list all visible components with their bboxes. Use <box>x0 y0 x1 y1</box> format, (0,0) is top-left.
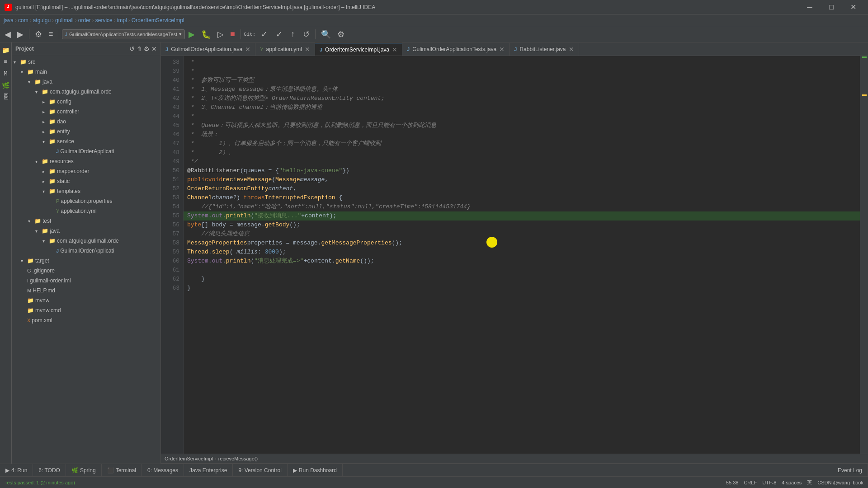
tab-order-item-service-impl[interactable]: J OrderItemServiceImpl.java ✕ <box>315 43 402 56</box>
tab-close-icon[interactable]: ✕ <box>392 46 397 53</box>
structure-icon[interactable]: ≡ <box>1 57 11 67</box>
project-icon[interactable]: 📁 <box>1 45 11 55</box>
code-line[interactable]: * <box>184 112 860 121</box>
tree-item[interactable]: ▸📁controller <box>12 107 160 117</box>
bottom-tab-run-dashboard[interactable]: ▶ Run Dashboard <box>288 464 343 477</box>
line-separator[interactable]: CRLF <box>744 480 757 485</box>
code-line[interactable]: //{"id":1,"name":"哈哈","sort":null,"statu… <box>184 202 860 211</box>
code-line[interactable]: System.out.println("接收到消息..."+content); <box>184 211 860 221</box>
settings-button[interactable]: ⚙ <box>335 28 347 41</box>
breadcrumb-service[interactable]: service <box>95 17 113 23</box>
code-line[interactable]: * 1）、订单服务启动多个；同一个消息，只能有一个客户端收到 <box>184 139 860 148</box>
git-pull-button[interactable]: ↑ <box>288 28 297 41</box>
tab-close-icon[interactable]: ✕ <box>245 46 250 53</box>
sync-files-button[interactable]: ↺ <box>129 45 135 52</box>
tree-item[interactable]: ▸📁entity <box>12 127 160 136</box>
tree-item[interactable]: 📁mvnw.cmd <box>12 305 160 315</box>
code-line[interactable]: * 2）、 <box>184 148 860 157</box>
code-line[interactable]: } <box>184 284 860 293</box>
code-line[interactable]: * 2、T<发送的消息的类型> OrderReturnReasonEntity … <box>184 94 860 103</box>
tree-item[interactable]: ▸📁mapper.order <box>12 166 160 176</box>
toolbar-sdk-button[interactable]: ≡ <box>46 28 56 41</box>
code-line[interactable] <box>184 266 860 275</box>
maximize-button[interactable]: □ <box>821 0 842 14</box>
bottom-tab-event-log[interactable]: Event Log <box>832 464 868 477</box>
maven-icon[interactable]: M <box>1 69 11 79</box>
tree-item[interactable]: ▾📁java <box>12 77 160 87</box>
tab-gulimall-order-app[interactable]: J GulimallOrderApplication.java ✕ <box>161 43 255 56</box>
breadcrumb-gulimall[interactable]: gulimall <box>55 17 74 23</box>
project-tree[interactable]: ▾📁src▾📁main▾📁java▾📁com.atguigu.gulimall.… <box>12 55 160 464</box>
breadcrumb-order[interactable]: order <box>78 17 91 23</box>
run-with-coverage-button[interactable]: ▷ <box>215 28 226 41</box>
ed-breadcrumb-class[interactable]: OrderItemServiceImpl <box>165 456 213 461</box>
tree-item[interactable]: 📁mvnw <box>12 296 160 305</box>
tree-item[interactable]: ▾📁test <box>12 216 160 226</box>
tree-item[interactable]: Xpom.xml <box>12 315 160 325</box>
code-line[interactable]: * Queue：可以很多人都来监听。只要收到消息，队列删除消息，而且只能有一个收… <box>184 121 860 130</box>
sidebar-settings-button[interactable]: ⚙ <box>144 45 150 52</box>
tab-gulimall-order-app-tests[interactable]: J GulimallOrderApplicationTests.java ✕ <box>402 43 509 56</box>
code-line[interactable]: //消息头属性信息 <box>184 230 860 239</box>
code-line[interactable]: * 1、Message message：原生消息详细信息。头+体 <box>184 85 860 94</box>
toolbar-settings-button[interactable]: ⚙ <box>32 28 45 41</box>
indent-indicator[interactable]: 4 spaces <box>782 480 802 485</box>
code-line[interactable]: Thread.sleep( millis: 3000); <box>184 248 860 257</box>
breadcrumb-class[interactable]: OrderItemServiceImpl <box>132 17 184 23</box>
tree-item[interactable]: ▾📁com.atguigu.gulimall.orde <box>12 87 160 97</box>
breadcrumb-com[interactable]: com <box>18 17 28 23</box>
tree-item[interactable]: ▾📁target <box>12 256 160 266</box>
code-line[interactable]: Channel channel) throws InterruptedExcep… <box>184 193 860 202</box>
code-line[interactable]: * <box>184 67 860 76</box>
bottom-tab-terminal[interactable]: ⬛ Terminal <box>102 464 142 477</box>
position-indicator[interactable]: 55:38 <box>726 480 739 485</box>
tab-application-yml[interactable]: Y application.yml ✕ <box>255 43 315 56</box>
tree-item[interactable]: JGulimallOrderApplicati <box>12 246 160 256</box>
code-line[interactable]: @RabbitListener(queues = {"hello-java-qu… <box>184 166 860 175</box>
bottom-tab-run[interactable]: ▶ 4: Run <box>0 464 33 477</box>
tree-item[interactable]: ▾📁templates <box>12 186 160 196</box>
breadcrumb-impl[interactable]: impl <box>117 17 127 23</box>
tree-item[interactable]: MHELP.md <box>12 286 160 296</box>
git-commit-button[interactable]: ✓ <box>258 28 270 41</box>
tree-item[interactable]: Papplication.properties <box>12 196 160 206</box>
tree-item[interactable]: ▸📁dao <box>12 117 160 127</box>
minimize-button[interactable]: ─ <box>799 0 820 14</box>
tab-close-icon[interactable]: ✕ <box>305 46 310 53</box>
breadcrumb-atguigu[interactable]: atguigu <box>33 17 51 23</box>
code-line[interactable]: */ <box>184 157 860 166</box>
tab-close-icon[interactable]: ✕ <box>569 46 574 53</box>
debug-button[interactable]: 🐛 <box>198 28 214 41</box>
search-everywhere-button[interactable]: 🔍 <box>318 28 334 41</box>
collapse-all-button[interactable]: ⤊ <box>137 45 142 52</box>
toolbar-forward-button[interactable]: ▶ <box>14 28 26 41</box>
bottom-tab-java-enterprise[interactable]: Java Enterprise <box>184 464 233 477</box>
bottom-tab-todo[interactable]: 6: TODO <box>33 464 66 477</box>
code-line[interactable]: * 3、Channel channel：当前传输数据的通道 <box>184 103 860 112</box>
right-stripe[interactable] <box>860 56 868 454</box>
code-line[interactable]: public void recieveMessage(Message messa… <box>184 175 860 184</box>
run-button[interactable]: ▶ <box>186 28 198 41</box>
tree-item[interactable]: ▾📁src <box>12 57 160 67</box>
tree-item[interactable]: ▾📁service <box>12 136 160 146</box>
spring-icon[interactable]: 🌿 <box>1 80 11 90</box>
bottom-tab-messages[interactable]: 0: Messages <box>142 464 184 477</box>
git-history-button[interactable]: ↺ <box>300 28 312 41</box>
code-area[interactable]: * * * 参数可以写一下类型 * 1、Message message：原生消息… <box>184 56 860 454</box>
encoding-indicator[interactable]: UTF-8 <box>762 480 776 485</box>
tree-item[interactable]: Igulimall-order.iml <box>12 276 160 286</box>
tree-item[interactable]: G.gitignore <box>12 266 160 276</box>
code-line[interactable]: * 场景： <box>184 130 860 139</box>
run-config-selector[interactable]: J GulimallOrderApplicationTests.sendMess… <box>62 29 185 39</box>
sidebar-hide-button[interactable]: ✕ <box>151 45 157 52</box>
bottom-tab-version-control[interactable]: 9: Version Control <box>233 464 287 477</box>
tree-item[interactable]: ▾📁java <box>12 226 160 236</box>
close-button[interactable]: ✕ <box>843 0 863 14</box>
bottom-tab-spring[interactable]: 🌿 Spring <box>66 464 102 477</box>
tab-rabbit-listener[interactable]: J RabbitListener.java ✕ <box>509 43 579 56</box>
toolbar-back-button[interactable]: ◀ <box>2 28 14 41</box>
code-line[interactable]: MessageProperties properties = message.g… <box>184 239 860 248</box>
ed-breadcrumb-method[interactable]: recieveMessage() <box>218 456 258 461</box>
git-push-button[interactable]: ✓ <box>273 28 285 41</box>
code-line[interactable]: OrderReturnReasonEntity content, <box>184 184 860 193</box>
